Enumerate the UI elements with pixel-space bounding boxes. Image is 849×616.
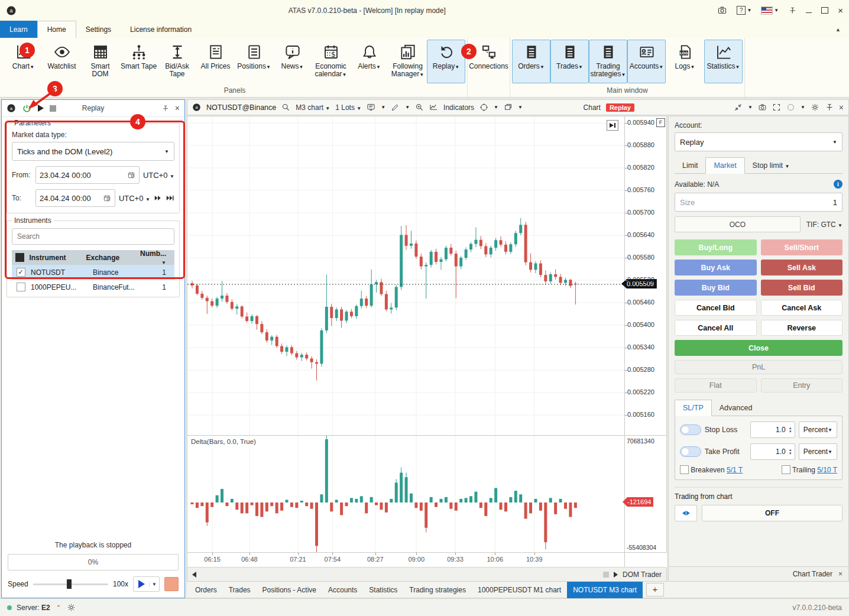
close-button[interactable]: × — [838, 5, 843, 15]
server-settings-gear-icon[interactable] — [67, 603, 76, 612]
workspace-tab-notusdt-m3-chart[interactable]: NOTUSDT M3 chart — [567, 582, 643, 598]
select-all-checkbox[interactable] — [15, 253, 24, 262]
workspace-tab-trading-strategies[interactable]: Trading strategies — [403, 582, 472, 598]
trailing-checkbox[interactable] — [782, 465, 790, 474]
from-timezone-select[interactable]: UTC+0 ▼ — [143, 171, 174, 180]
from-date-input[interactable]: 23.04.24 00:00 — [35, 166, 140, 184]
buy-ask-button[interactable]: Buy Ask — [675, 260, 757, 275]
play-button[interactable] — [134, 580, 149, 588]
drawing-tools-dropdown[interactable]: ▼ — [405, 105, 410, 110]
timeframe-select[interactable]: M3 chart ▼ — [296, 103, 330, 112]
trading-mode-arrows-button[interactable] — [675, 505, 697, 521]
chart-template-dropdown[interactable]: ▼ — [381, 105, 385, 110]
size-input[interactable]: Size 1 — [675, 193, 842, 212]
price-pane[interactable] — [187, 116, 624, 435]
dom-trader-grip-icon[interactable] — [603, 572, 609, 578]
bid-ask-tape-ribbon-button[interactable]: Bid/Ask Tape — [158, 40, 196, 83]
workspace-tab-positions-active[interactable]: Positions - Active — [257, 582, 322, 598]
cancel-ask-button[interactable]: Cancel Ask — [761, 300, 843, 316]
minimize-button[interactable] — [806, 8, 812, 13]
tab-settings[interactable]: Settings — [76, 21, 121, 38]
tab-market[interactable]: Market — [705, 157, 744, 174]
to-date-input[interactable]: 24.04.24 00:00 — [35, 189, 115, 207]
pnl-button[interactable]: PnL — [675, 360, 842, 374]
chart-template-button[interactable] — [367, 103, 375, 112]
language-selector[interactable]: ▼ — [761, 7, 779, 15]
crosshair-mode-button[interactable] — [479, 103, 488, 112]
workspace-tab-1000pepeusdt-m1-chart[interactable]: 1000PEPEUSDT M1 chart — [472, 582, 567, 598]
close-position-button[interactable]: Close — [675, 340, 842, 356]
orders-ribbon-button[interactable]: Orders▼ — [512, 40, 550, 83]
close-chart-icon[interactable]: × — [839, 103, 844, 112]
trading-from-chart-off-button[interactable]: OFF — [702, 505, 842, 521]
theme-dropdown[interactable]: ▼ — [801, 105, 805, 110]
account-select[interactable]: Replay▼ — [675, 132, 842, 151]
scroll-left-icon[interactable] — [192, 572, 196, 578]
sell-ask-button[interactable]: Sell Ask — [761, 260, 843, 275]
trading-strategies-ribbon-button[interactable]: Trading strategies▼ — [589, 40, 627, 83]
tab-license-information[interactable]: License information — [121, 21, 201, 38]
instruments-table-header[interactable]: Instrument Exchange Numb... ▼ — [12, 250, 174, 265]
play-button-combo[interactable]: ▼ — [133, 576, 160, 592]
connections-ribbon-button[interactable]: Connections — [469, 40, 508, 83]
oco-button[interactable]: OCO — [675, 216, 801, 232]
cancel-bid-button[interactable]: Cancel Bid — [675, 300, 757, 316]
buy-bid-button[interactable]: Buy Bid — [675, 280, 757, 296]
pin-window-icon[interactable] — [788, 7, 796, 15]
alerts-ribbon-button[interactable]: Alerts▼ — [350, 40, 388, 83]
smart-dom-ribbon-button[interactable]: Smart DOM — [81, 40, 119, 83]
buy-long-button[interactable]: Buy/Long — [675, 239, 757, 255]
fix-scale-button[interactable]: F — [656, 118, 665, 127]
search-icon[interactable] — [281, 103, 290, 112]
tab-limit[interactable]: Limit — [675, 158, 705, 173]
go-to-latest-button[interactable] — [607, 120, 618, 131]
server-value[interactable]: E2 — [41, 604, 50, 612]
zoom-in-icon[interactable] — [415, 103, 424, 112]
window-layout-dropdown[interactable]: ▼ — [518, 105, 523, 110]
camera-icon[interactable] — [758, 103, 767, 112]
speed-slider-thumb[interactable] — [67, 579, 72, 589]
instrument-checkbox[interactable] — [17, 283, 25, 291]
delta-axis[interactable]: 70681340 -55408304 -121694 — [624, 435, 667, 553]
delta-indicator-pane[interactable]: Delta(Bars, 0.0, True) — [187, 435, 624, 553]
skip-to-end-icon[interactable] — [166, 194, 174, 202]
accounts-ribbon-button[interactable]: Accounts▼ — [627, 40, 666, 83]
dom-trader-collapsed-bar[interactable]: DOM Trader — [603, 570, 662, 579]
tif-value[interactable]: GTC — [821, 221, 835, 229]
indicators-icon[interactable] — [429, 103, 438, 112]
tab-advanced[interactable]: Advanced — [712, 400, 760, 416]
workspace-tab-statistics[interactable]: Statistics — [363, 582, 403, 598]
tab-home[interactable]: Home — [37, 21, 76, 38]
stop-loss-toggle[interactable] — [680, 424, 701, 435]
cancel-all-button[interactable]: Cancel All — [675, 320, 757, 336]
close-chart-trader-icon[interactable]: × — [838, 570, 842, 578]
instrument-search-input[interactable] — [12, 228, 174, 245]
to-timezone-select[interactable]: UTC+0 ▼ — [119, 194, 150, 203]
workspace-tab-accounts[interactable]: Accounts — [322, 582, 363, 598]
playback-progress-bar[interactable]: 0% — [8, 554, 179, 570]
info-icon[interactable]: i — [834, 180, 842, 189]
market-data-type-select[interactable]: Ticks and the DOM (Level2)▼ — [12, 142, 174, 161]
all-prices-ribbon-button[interactable]: All Prices — [196, 40, 235, 83]
tab-learn[interactable]: Learn — [0, 21, 37, 38]
fullscreen-icon[interactable] — [772, 103, 781, 112]
trailing-settings-link[interactable]: 5/10 T — [817, 466, 837, 474]
screenshot-icon[interactable] — [717, 5, 727, 15]
instrument-checkbox[interactable]: ✓ — [17, 268, 25, 277]
pin-chart-icon[interactable] — [825, 103, 834, 112]
take-profit-value-input[interactable]: 1.0▲▼ — [750, 443, 795, 460]
drawing-tools-button[interactable] — [391, 103, 400, 112]
tab-stop-limit[interactable]: Stop limit ▼ — [745, 158, 798, 173]
breakeven-settings-link[interactable]: 5/1 T — [727, 466, 743, 474]
chart-area[interactable]: F 0.005509 0.0059400.0058800.0058200.005… — [187, 116, 667, 582]
entry-button[interactable]: Entry — [761, 378, 843, 393]
sell-short-button[interactable]: Sell/Short — [761, 239, 843, 255]
calendar-icon[interactable] — [127, 171, 135, 179]
settings-gear-icon[interactable] — [811, 103, 819, 112]
workspace-tab-orders[interactable]: Orders — [189, 582, 223, 598]
maximize-button[interactable] — [821, 7, 828, 14]
reverse-button[interactable]: Reverse — [761, 320, 843, 336]
instrument-row[interactable]: 1000PEPEU...BinanceFut...1 — [12, 280, 174, 294]
expand-dom-trader-icon[interactable] — [614, 572, 618, 578]
news-ribbon-button[interactable]: News▼ — [273, 40, 312, 83]
